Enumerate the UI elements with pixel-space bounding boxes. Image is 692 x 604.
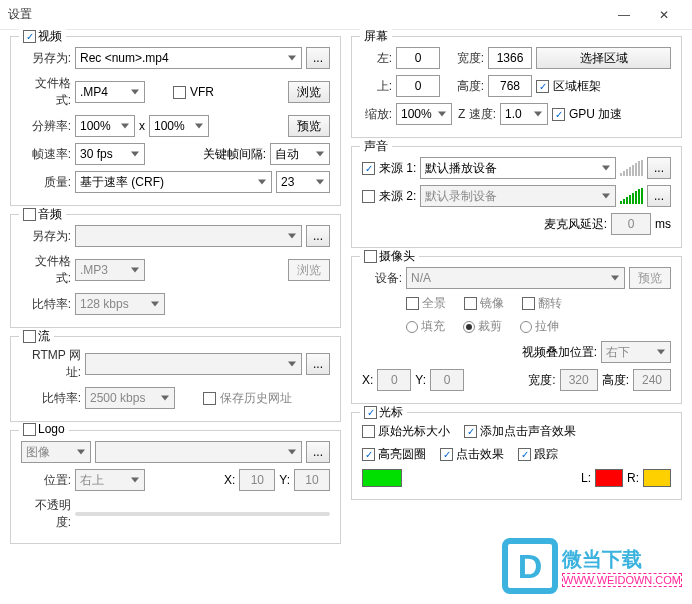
cam-h-input[interactable]: 240 xyxy=(633,369,671,391)
mirror-checkbox[interactable] xyxy=(464,297,477,310)
logo-pos-select[interactable]: 右上 xyxy=(75,469,145,491)
group-cursor: 光标 原始光标大小 添加点击声音效果 高亮圆圈 点击效果 跟踪 L: R: xyxy=(351,412,682,500)
source1-config-button[interactable]: ... xyxy=(647,157,671,179)
minimize-button[interactable]: — xyxy=(604,3,644,27)
frame-label: 区域框架 xyxy=(553,78,601,95)
audio-header: 音频 xyxy=(38,206,62,223)
cursor-checkbox[interactable] xyxy=(364,406,377,419)
opacity-slider[interactable] xyxy=(75,505,330,523)
titlebar: 设置 — ✕ xyxy=(0,0,692,30)
cam-x-label: X: xyxy=(362,373,373,387)
rtmp-browse-button[interactable]: ... xyxy=(306,353,330,375)
cam-y-input[interactable]: 0 xyxy=(430,369,464,391)
crop-radio[interactable] xyxy=(463,321,475,333)
track-checkbox[interactable] xyxy=(518,448,531,461)
top-input[interactable]: 0 xyxy=(396,75,440,97)
logo-x-input[interactable]: 10 xyxy=(239,469,275,491)
vfr-checkbox[interactable] xyxy=(173,86,186,99)
source2-label: 来源 2: xyxy=(379,188,416,205)
audio-checkbox[interactable] xyxy=(23,208,36,221)
right-click-color-swatch[interactable] xyxy=(643,469,671,487)
flip-checkbox[interactable] xyxy=(522,297,535,310)
source2-checkbox[interactable] xyxy=(362,190,375,203)
left-input[interactable]: 0 xyxy=(396,47,440,69)
video-browse-button[interactable]: ... xyxy=(306,47,330,69)
camera-preview-button[interactable]: 预览 xyxy=(629,267,671,289)
stream-checkbox[interactable] xyxy=(23,330,36,343)
video-browse2-button[interactable]: 浏览 xyxy=(288,81,330,103)
frame-checkbox[interactable] xyxy=(536,80,549,93)
logo-path-select[interactable] xyxy=(95,441,302,463)
meter2-icon xyxy=(620,188,643,204)
rtmp-select[interactable] xyxy=(85,353,302,375)
video-preview-button[interactable]: 预览 xyxy=(288,115,330,137)
logo-header: Logo xyxy=(38,422,65,436)
top-label: 上: xyxy=(362,78,392,95)
highlight-color-swatch[interactable] xyxy=(362,469,402,487)
audio-saveas-select[interactable] xyxy=(75,225,302,247)
zoom-label: 缩放: xyxy=(362,106,392,123)
keep-history-checkbox[interactable] xyxy=(203,392,216,405)
video-saveas-select[interactable]: Rec <num>.mp4 xyxy=(75,47,302,69)
audio-format-select[interactable]: .MP3 xyxy=(75,259,145,281)
quality-mode-select[interactable]: 基于速率 (CRF) xyxy=(75,171,272,193)
audio-bitrate-select[interactable]: 128 kbps xyxy=(75,293,165,315)
cam-h-label: 高度: xyxy=(602,372,629,389)
cam-w-label: 宽度: xyxy=(528,372,555,389)
height-input[interactable]: 768 xyxy=(488,75,532,97)
zspeed-label: Z 速度: xyxy=(456,106,496,123)
stream-header: 流 xyxy=(38,328,50,345)
cam-x-input[interactable]: 0 xyxy=(377,369,411,391)
source1-checkbox[interactable] xyxy=(362,162,375,175)
mic-delay-input[interactable]: 0 xyxy=(611,213,651,235)
rtmp-label: RTMP 网址: xyxy=(21,347,81,381)
opacity-label: 不透明度: xyxy=(21,497,71,531)
ms-label: ms xyxy=(655,217,671,231)
camera-checkbox[interactable] xyxy=(364,250,377,263)
logo-checkbox[interactable] xyxy=(23,423,36,436)
source1-select[interactable]: 默认播放设备 xyxy=(420,157,616,179)
audio-browse2-button[interactable]: 浏览 xyxy=(288,259,330,281)
source2-select[interactable]: 默认录制设备 xyxy=(420,185,616,207)
source1-label: 来源 1: xyxy=(379,160,416,177)
keep-history-label: 保存历史网址 xyxy=(220,390,292,407)
zspeed-select[interactable]: 1.0 xyxy=(500,103,548,125)
logo-browse-button[interactable]: ... xyxy=(306,441,330,463)
logo-y-label: Y: xyxy=(279,473,290,487)
group-sound: 声音 来源 1: 默认播放设备 ... 来源 2: 默认录制设备 ... 麦克风… xyxy=(351,146,682,248)
panorama-checkbox[interactable] xyxy=(406,297,419,310)
fill-radio[interactable] xyxy=(406,321,418,333)
sound-header: 声音 xyxy=(364,138,388,155)
video-saveas-label: 另存为: xyxy=(21,50,71,67)
res-width-select[interactable]: 100% xyxy=(75,115,135,137)
width-input[interactable]: 1366 xyxy=(488,47,532,69)
cam-w-input[interactable]: 320 xyxy=(560,369,598,391)
audio-browse-button[interactable]: ... xyxy=(306,225,330,247)
overlay-label: 视频叠加位置: xyxy=(362,344,597,361)
video-checkbox[interactable] xyxy=(23,30,36,43)
source2-config-button[interactable]: ... xyxy=(647,185,671,207)
clickfx-checkbox[interactable] xyxy=(440,448,453,461)
overlay-select[interactable]: 右下 xyxy=(601,341,671,363)
logo-x-label: X: xyxy=(224,473,235,487)
stretch-radio[interactable] xyxy=(520,321,532,333)
logo-image-select[interactable]: 图像 xyxy=(21,441,91,463)
orig-size-checkbox[interactable] xyxy=(362,425,375,438)
screen-header: 屏幕 xyxy=(364,28,388,45)
video-format-select[interactable]: .MP4 xyxy=(75,81,145,103)
stream-bitrate-select[interactable]: 2500 kbps xyxy=(85,387,175,409)
gpu-checkbox[interactable] xyxy=(552,108,565,121)
keyframe-select[interactable]: 自动 xyxy=(270,143,330,165)
res-height-select[interactable]: 100% xyxy=(149,115,209,137)
zoom-select[interactable]: 100% xyxy=(396,103,452,125)
fps-select[interactable]: 30 fps xyxy=(75,143,145,165)
left-click-color-swatch[interactable] xyxy=(595,469,623,487)
device-select[interactable]: N/A xyxy=(406,267,625,289)
close-button[interactable]: ✕ xyxy=(644,3,684,27)
add-click-checkbox[interactable] xyxy=(464,425,477,438)
highlight-checkbox[interactable] xyxy=(362,448,375,461)
quality-value-select[interactable]: 23 xyxy=(276,171,330,193)
stream-bitrate-label: 比特率: xyxy=(21,390,81,407)
select-region-button[interactable]: 选择区域 xyxy=(536,47,671,69)
logo-y-input[interactable]: 10 xyxy=(294,469,330,491)
